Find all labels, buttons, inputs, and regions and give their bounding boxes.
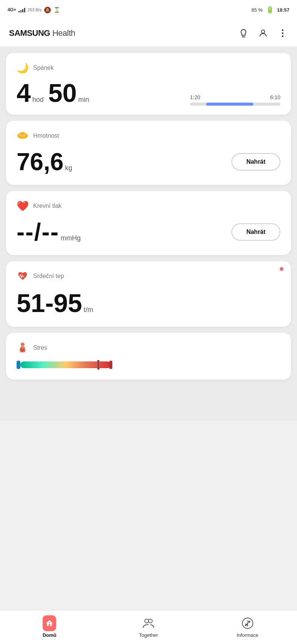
header-icons	[238, 28, 288, 38]
sleep-hours-value: 4	[17, 80, 31, 106]
signal-bars	[18, 7, 25, 12]
stress-bar-container	[17, 361, 280, 370]
together-icon	[142, 616, 155, 630]
info-icon	[241, 616, 254, 630]
sleep-hours-unit: hod	[32, 96, 44, 104]
svg-point-4	[282, 35, 283, 37]
nav-label-home: Domů	[43, 632, 57, 638]
blood-pressure-card: ❤️ Krevní tlak --/-- mmHg Nahrát	[6, 191, 291, 255]
profile-icon[interactable]	[258, 28, 268, 38]
sleep-card-header: 🌙 Spánek	[17, 62, 280, 74]
home-icon	[43, 616, 56, 630]
clock: 18:57	[277, 7, 289, 13]
battery-icon: 🔋	[266, 6, 274, 14]
sleep-time-start: 1:20	[190, 94, 200, 100]
weight-card: Hmotnost 76,6 kg Nahrát	[6, 121, 291, 185]
bp-card-header: ❤️ Krevní tlak	[17, 200, 280, 212]
nav-item-together[interactable]: Together	[99, 616, 198, 638]
hr-card-header: Srdeční tep	[17, 270, 280, 282]
app-header: SAMSUNGHealth	[0, 20, 297, 47]
hr-title: Srdeční tep	[33, 273, 64, 280]
bp-unit: mmHg	[61, 234, 81, 242]
network-type: 4G+	[8, 7, 16, 12]
weight-card-header: Hmotnost	[17, 130, 280, 142]
sleep-time-bar: 1:20 6:10	[190, 94, 280, 106]
sleep-card: 🌙 Spánek 4 hod 50 min 1:20 6:10	[6, 53, 291, 115]
sleep-values: 4 hod 50 min	[17, 80, 94, 106]
status-bar: 4G+ 253 B/s 🔕 ⌛ 85 % 🔋 18:57	[0, 0, 297, 20]
heart-pulse-icon	[17, 270, 29, 282]
status-left: 4G+ 253 B/s 🔕 ⌛	[8, 6, 60, 14]
weight-icon	[17, 130, 29, 142]
sleep-times: 1:20 6:10	[190, 94, 280, 100]
battery-percent: 85 %	[251, 7, 263, 13]
moon-icon: 🌙	[17, 62, 29, 74]
svg-point-7	[20, 132, 25, 135]
nav-item-home[interactable]: Domů	[0, 616, 99, 638]
sleep-title: Spánek	[33, 65, 54, 71]
weight-row: 76,6 kg Nahrát	[17, 148, 280, 176]
data-speed: 253 B/s	[28, 8, 41, 12]
stress-title: Stres	[33, 344, 47, 351]
stress-person-icon	[17, 342, 29, 354]
bp-upload-button[interactable]: Nahrát	[231, 223, 280, 241]
lightbulb-icon[interactable]	[238, 28, 249, 38]
svg-point-2	[282, 29, 283, 31]
bp-row: --/-- mmHg Nahrát	[17, 218, 280, 246]
sleep-time-end: 6:10	[270, 94, 280, 100]
sleep-bar-fill	[206, 103, 253, 106]
svg-point-9	[145, 619, 148, 623]
weight-title: Hmotnost	[33, 132, 59, 139]
logo-brand: SAMSUNG	[9, 28, 50, 38]
svg-point-8	[21, 343, 24, 346]
nav-label-info: Informace	[237, 632, 259, 638]
svg-point-3	[282, 32, 283, 34]
logo-health: Health	[52, 28, 75, 38]
svg-point-10	[148, 619, 152, 623]
heart-rate-card: Srdeční tep 51-95 t/m	[6, 261, 291, 327]
heart-icon: ❤️	[17, 200, 29, 212]
hourglass-icon: ⌛	[54, 7, 60, 13]
sleep-minutes-unit: min	[78, 96, 89, 104]
weight-upload-button[interactable]: Nahrát	[231, 153, 280, 171]
weight-value: 76,6	[17, 148, 64, 176]
bp-values: --/-- mmHg	[17, 218, 81, 246]
hr-unit: t/m	[84, 306, 93, 314]
sleep-row: 4 hod 50 min 1:20 6:10	[17, 80, 280, 106]
svg-point-1	[262, 30, 265, 33]
app-logo: SAMSUNGHealth	[9, 28, 75, 38]
stress-card: Stres	[6, 333, 291, 380]
bp-title: Krevní tlak	[33, 203, 62, 209]
stress-bar	[20, 361, 111, 368]
nav-item-info[interactable]: Informace	[198, 616, 297, 638]
hr-values: 51-95 t/m	[17, 288, 280, 318]
bp-value: --/--	[17, 218, 59, 246]
weight-values: 76,6 kg	[17, 148, 72, 176]
sleep-minutes-value: 50	[48, 80, 77, 106]
notification-dot	[280, 267, 283, 271]
weight-unit: kg	[65, 164, 72, 172]
mute-icon: 🔕	[44, 6, 51, 14]
bottom-nav: Domů Together Info	[0, 610, 297, 644]
sleep-bar-track	[190, 103, 280, 106]
stress-card-header: Stres	[17, 342, 280, 354]
status-right: 85 % 🔋 18:57	[251, 6, 289, 14]
hr-value: 51-95	[17, 288, 82, 318]
nav-label-together: Together	[139, 632, 158, 638]
more-icon[interactable]	[277, 28, 288, 38]
main-content: 🌙 Spánek 4 hod 50 min 1:20 6:10	[0, 47, 297, 421]
